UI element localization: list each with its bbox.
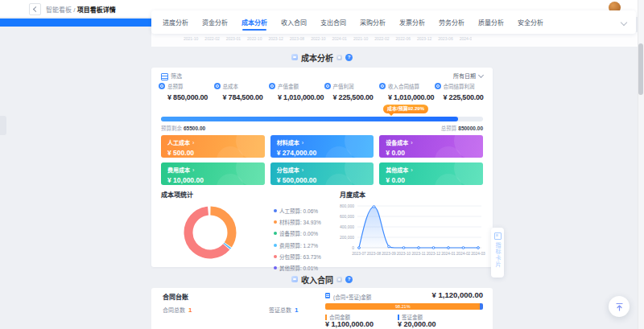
legend-dot: [274, 232, 277, 235]
income-section-header: 收入合同 ?: [151, 273, 493, 285]
svg-text:600,000: 600,000: [340, 214, 354, 219]
svg-text:2023-08: 2023-08: [367, 252, 382, 256]
back-to-top-button[interactable]: [609, 296, 630, 317]
card-expense-cost[interactable]: 费用成本› ¥ 10,000.00: [161, 162, 265, 185]
donut-legend: 人工预算: 0.06% 材料预算: 34.93% 设备预算: 0.00% 费用预…: [274, 207, 321, 275]
cost-items-donut-chart: [179, 201, 242, 264]
tab-progress[interactable]: 进度分析: [163, 10, 188, 34]
project-dashboard-page: 智能看板 / 项目看板详情 进度分析 资金分析 成本分析 收入合同 支出合同 采…: [0, 0, 644, 329]
help-icon[interactable]: ?: [345, 54, 353, 61]
legend-marker: [398, 315, 399, 320]
tab-safety[interactable]: 安全分析: [518, 10, 543, 34]
legend-marker: [325, 315, 327, 320]
side-widget-label: 指标卡片: [493, 242, 502, 268]
legend-item-material[interactable]: 材料预算: 34.93%: [274, 218, 321, 226]
cost-category-cards: 人工成本› ¥ 500.00 材料成本› ¥ 274,000.00 设备成本› …: [161, 135, 483, 185]
legend-item-labor[interactable]: 人工预算: 0.06%: [274, 207, 321, 215]
chevron-down-icon[interactable]: [621, 19, 627, 25]
arrow-right-icon: ›: [411, 167, 412, 173]
legend-item-equipment[interactable]: 设备预算: 0.00%: [274, 229, 321, 237]
background-axis-dates: 2021-102022-022023-012022-102023-122023-…: [184, 36, 472, 41]
coin-icon: [159, 83, 165, 89]
legend-item-subcontract[interactable]: 分包预算: 63.73%: [274, 253, 321, 261]
cost-budget-ratio-badge: 成本/预算92.29%: [383, 105, 428, 113]
coin-icon: [379, 83, 386, 89]
arrow-right-icon: ›: [192, 167, 194, 173]
svg-text:2023-09: 2023-09: [382, 252, 396, 256]
legend-dot: [274, 209, 277, 212]
contract-total: 合同总数1: [163, 306, 192, 314]
svg-text:2024-01: 2024-01: [441, 252, 456, 256]
budget-progress-fill: [161, 117, 458, 121]
tab-procurement[interactable]: 采购分析: [360, 10, 386, 34]
visa-amount-value: ¥ 20,000.00: [398, 320, 436, 328]
background-sliver: [0, 116, 6, 135]
tab-expense-contract[interactable]: 支出合同: [320, 10, 346, 34]
tab-funds[interactable]: 资金分析: [202, 10, 228, 34]
tab-labor[interactable]: 劳务分析: [439, 10, 464, 34]
income-section-title: 收入合同: [301, 273, 333, 286]
kpi-output-profit: 产值利润 ¥ 225,500.00: [324, 82, 380, 101]
card-subcontract-cost[interactable]: 分包成本› ¥ 500,000.00: [270, 162, 374, 185]
filter-label[interactable]: 筛选: [171, 72, 182, 80]
arrow-right-icon: ›: [411, 140, 412, 146]
back-to-top-icon: [615, 302, 624, 311]
svg-text:400,000: 400,000: [340, 224, 354, 229]
contract-ledger-card: 合同台账 合同总数1 签证总数1 (合同+签证)金额 ¥ 1,120,000.0…: [151, 288, 493, 329]
kpi-settlement-profit: 合同结算利润 ¥ 225,500.00: [435, 82, 490, 101]
cost-section-header: 成本分析 ?: [151, 51, 493, 63]
cost-analysis-card: 筛选 所有日期 总预算 ¥ 850,000.00 总成本 ¥ 784,500.0…: [151, 68, 493, 267]
arrow-right-icon: ›: [302, 167, 303, 173]
breadcrumb-separator: /: [73, 6, 75, 14]
svg-text:200,000: 200,000: [340, 235, 354, 240]
kpi-total-budget: 总预算 ¥ 850,000.00: [159, 82, 214, 101]
contract-amount-value: ¥ 1,100,000.00: [325, 320, 374, 328]
svg-text:2023-07: 2023-07: [352, 252, 366, 256]
legend-item-other[interactable]: 其他预算: 0.01%: [274, 264, 321, 272]
amount-value: ¥ 1,120,000.00: [432, 290, 483, 299]
help-icon[interactable]: ?: [345, 276, 353, 283]
back-button[interactable]: [29, 3, 41, 15]
breadcrumb: 智能看板 / 项目看板详情: [46, 5, 116, 14]
section-deco-icon: [291, 54, 298, 60]
card-material-cost[interactable]: 材料成本› ¥ 274,000.00: [270, 135, 374, 158]
budget-progress-bar: [161, 117, 483, 121]
coin-icon: [324, 83, 331, 89]
tab-invoice[interactable]: 发票分析: [399, 10, 425, 34]
kpi-output-amount: 产值金额 ¥ 1,010,000.00: [269, 82, 324, 101]
metric-cards-side-widget[interactable]: 指标卡片: [491, 228, 504, 278]
legend-dot: [274, 255, 277, 258]
legend-item-expense[interactable]: 费用预算: 1.27%: [274, 241, 321, 249]
card-other-cost[interactable]: 其他成本› ¥ 0.00: [379, 162, 483, 185]
scrollbar-thumb[interactable]: [638, 43, 643, 95]
breadcrumb-root[interactable]: 智能看板: [46, 6, 72, 14]
back-icon: [33, 6, 39, 12]
pie-chart-title: 成本项统计: [161, 190, 193, 199]
edit-icon[interactable]: [336, 55, 342, 60]
cost-section-title: 成本分析: [301, 51, 333, 64]
monthly-cost-area-chart: 800,000 600,000 400,000 200,000 0 2023-0…: [325, 198, 488, 265]
date-range-select[interactable]: 所有日期: [453, 72, 483, 80]
legend-dot: [274, 220, 277, 224]
ledger-title: 合同台账: [163, 292, 188, 301]
visa-total: 签证总数1: [269, 306, 298, 314]
chevron-down-icon: [478, 72, 484, 77]
analysis-tab-bar: 进度分析 资金分析 成本分析 收入合同 支出合同 采购分析 发票分析 劳务分析 …: [151, 10, 636, 34]
amount-label: (合同+签证)金额: [333, 293, 371, 301]
svg-text:2024-03: 2024-03: [471, 252, 485, 256]
legend-dot: [274, 266, 277, 269]
cards-icon: [494, 232, 502, 240]
document-icon: [325, 293, 330, 298]
edit-icon[interactable]: [336, 277, 342, 282]
svg-text:2023-12: 2023-12: [427, 252, 441, 256]
svg-text:2024-02: 2024-02: [456, 252, 471, 256]
tab-quality[interactable]: 质量分析: [478, 10, 504, 34]
svg-text:800,000: 800,000: [340, 204, 354, 208]
card-equipment-cost[interactable]: 设备成本› ¥ 0.00: [379, 135, 483, 158]
svg-text:2023-11: 2023-11: [411, 252, 426, 256]
kpi-total-cost: 总成本 ¥ 784,500.00: [214, 82, 270, 101]
card-labor-cost[interactable]: 人工成本› ¥ 500.00: [161, 135, 265, 158]
tab-income-contract[interactable]: 收入合同: [281, 10, 307, 34]
tab-cost[interactable]: 成本分析: [242, 10, 267, 34]
contract-bar-segment: 98.21%: [325, 303, 480, 310]
